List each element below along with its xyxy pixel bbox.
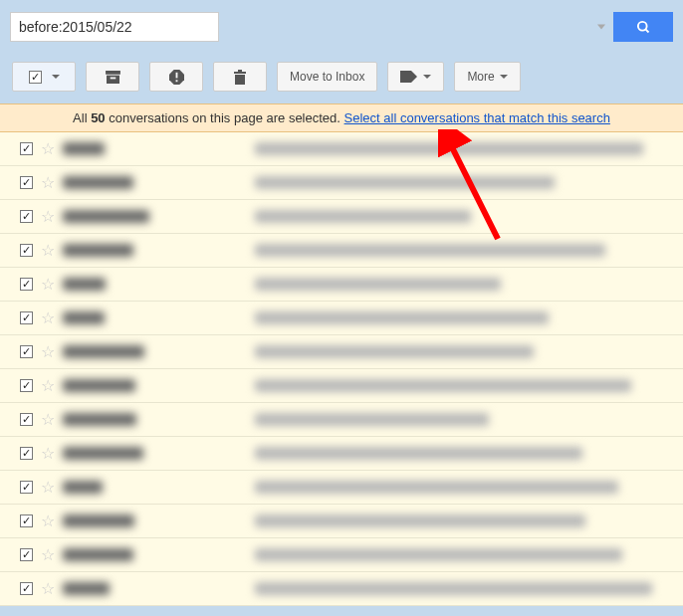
svg-rect-8	[234, 72, 246, 74]
svg-rect-2	[106, 71, 120, 75]
row-checkbox[interactable]	[20, 582, 33, 595]
row-checkbox[interactable]	[20, 481, 33, 494]
email-row[interactable]: ☆	[0, 437, 683, 471]
email-row[interactable]: ☆	[0, 538, 683, 572]
search-input[interactable]	[10, 12, 219, 42]
select-all-button[interactable]	[12, 62, 76, 92]
subject-cell	[255, 244, 675, 257]
star-icon[interactable]: ☆	[41, 545, 55, 564]
subject-cell	[255, 278, 675, 291]
labels-button[interactable]	[387, 62, 444, 92]
spam-icon	[169, 70, 184, 85]
subject-cell	[255, 142, 675, 155]
star-icon[interactable]: ☆	[41, 275, 55, 294]
more-button[interactable]: More	[454, 62, 520, 92]
star-icon[interactable]: ☆	[41, 308, 55, 327]
banner-count: 50	[91, 110, 105, 125]
subject-cell	[255, 413, 675, 426]
sender-cell	[63, 514, 247, 527]
spam-button[interactable]	[149, 62, 203, 92]
star-icon[interactable]: ☆	[41, 139, 55, 158]
select-all-checkbox[interactable]	[29, 71, 42, 84]
banner-mid: conversations on this page are selected.	[106, 110, 344, 125]
sender-cell	[63, 481, 247, 494]
star-icon[interactable]: ☆	[41, 207, 55, 226]
email-row[interactable]: ☆	[0, 335, 683, 369]
subject-cell	[255, 311, 675, 324]
archive-button[interactable]	[86, 62, 139, 92]
label-icon	[400, 71, 417, 83]
sender-cell	[63, 413, 247, 426]
sender-cell	[63, 210, 247, 223]
move-to-inbox-button[interactable]: Move to Inbox	[277, 62, 377, 92]
row-checkbox[interactable]	[20, 210, 33, 223]
search-options-dropdown[interactable]	[597, 25, 605, 30]
subject-cell	[255, 345, 675, 358]
svg-point-0	[637, 21, 646, 30]
more-label: More	[467, 70, 494, 84]
email-row[interactable]: ☆	[0, 268, 683, 302]
email-row[interactable]: ☆	[0, 403, 683, 437]
row-checkbox[interactable]	[20, 176, 33, 189]
subject-cell	[255, 514, 675, 527]
svg-line-1	[645, 29, 648, 32]
star-icon[interactable]: ☆	[41, 444, 55, 463]
sender-cell	[63, 548, 247, 561]
svg-rect-3	[107, 75, 119, 83]
subject-cell	[255, 548, 675, 561]
row-checkbox[interactable]	[20, 244, 33, 257]
svg-rect-10	[235, 75, 245, 85]
subject-cell	[255, 176, 675, 189]
toolbar: Move to Inbox More	[0, 54, 683, 103]
row-checkbox[interactable]	[20, 142, 33, 155]
svg-marker-11	[400, 71, 417, 83]
subject-cell	[255, 210, 675, 223]
email-row[interactable]: ☆	[0, 200, 683, 234]
row-checkbox[interactable]	[20, 311, 33, 324]
sender-cell	[63, 447, 247, 460]
banner-prefix: All	[73, 110, 91, 125]
star-icon[interactable]: ☆	[41, 342, 55, 361]
email-row[interactable]: ☆	[0, 505, 683, 538]
search-button[interactable]	[613, 12, 673, 42]
row-checkbox[interactable]	[20, 379, 33, 392]
sender-cell	[63, 244, 247, 257]
star-icon[interactable]: ☆	[41, 478, 55, 497]
subject-cell	[255, 447, 675, 460]
sender-cell	[63, 345, 247, 358]
svg-rect-4	[110, 77, 115, 79]
sender-cell	[63, 278, 247, 291]
chevron-down-icon	[52, 75, 60, 79]
row-checkbox[interactable]	[20, 514, 33, 527]
email-row[interactable]: ☆	[0, 369, 683, 403]
email-row[interactable]: ☆	[0, 166, 683, 200]
chevron-down-icon	[500, 75, 508, 79]
select-all-matching-link[interactable]: Select all conversations that match this…	[344, 110, 610, 125]
sender-cell	[63, 582, 247, 595]
star-icon[interactable]: ☆	[41, 376, 55, 395]
email-row[interactable]: ☆	[0, 132, 683, 166]
sender-cell	[63, 311, 247, 324]
star-icon[interactable]: ☆	[41, 512, 55, 530]
delete-button[interactable]	[213, 62, 267, 92]
email-row[interactable]: ☆	[0, 471, 683, 505]
svg-rect-7	[175, 80, 177, 82]
email-row[interactable]: ☆	[0, 234, 683, 268]
star-icon[interactable]: ☆	[41, 410, 55, 429]
email-row[interactable]: ☆	[0, 572, 683, 606]
row-checkbox[interactable]	[20, 278, 33, 291]
star-icon[interactable]: ☆	[41, 241, 55, 260]
search-icon	[636, 20, 651, 35]
star-icon[interactable]: ☆	[41, 579, 55, 598]
sender-cell	[63, 379, 247, 392]
svg-rect-6	[175, 72, 177, 78]
row-checkbox[interactable]	[20, 413, 33, 426]
email-row[interactable]: ☆	[0, 302, 683, 335]
subject-cell	[255, 582, 675, 595]
row-checkbox[interactable]	[20, 345, 33, 358]
row-checkbox[interactable]	[20, 548, 33, 561]
subject-cell	[255, 481, 675, 494]
row-checkbox[interactable]	[20, 447, 33, 460]
search-bar	[0, 0, 683, 54]
star-icon[interactable]: ☆	[41, 173, 55, 192]
